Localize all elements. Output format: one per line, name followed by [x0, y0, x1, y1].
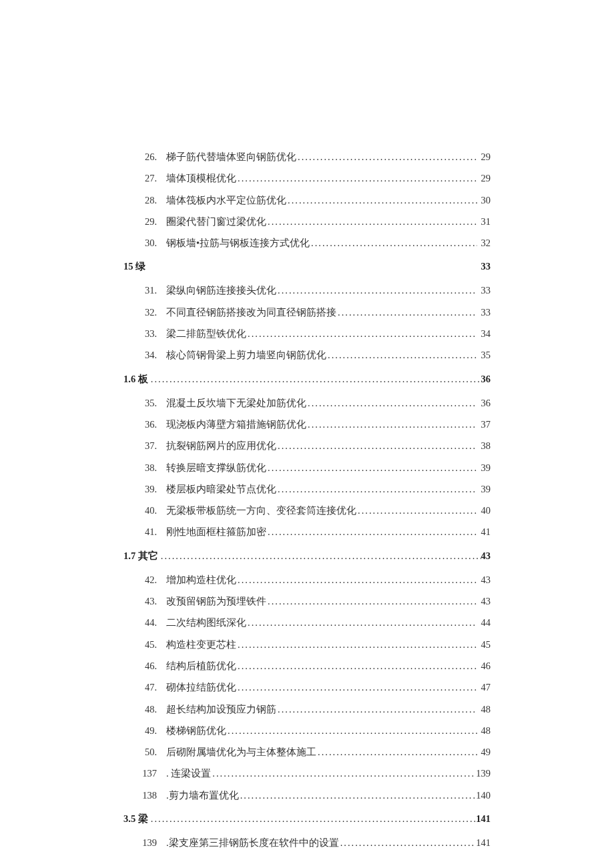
toc-number: 50.	[133, 745, 166, 759]
toc-group-a: 26. 梯子筋代替墙体竖向钢筋优化 ......................…	[123, 150, 491, 250]
toc-entry: 39. 楼层板内暗梁处节点优化 ........................…	[133, 482, 491, 496]
toc-entry: 43. 改预留钢筋为预埋铁件 .........................…	[133, 594, 491, 608]
toc-number: 47.	[133, 681, 166, 694]
toc-title: 墙体筏板内水平定位筋优化	[166, 193, 286, 207]
toc-title: 梁二排筋型铁优化	[166, 327, 246, 340]
toc-title: 不同直径钢筋搭接改为同直径钢筋搭接	[166, 306, 336, 319]
toc-entry: 28. 墙体筏板内水平定位筋优化 .......................…	[133, 193, 491, 207]
toc-title: 梯子筋代替墙体竖向钢筋优化	[166, 150, 296, 163]
toc-group-d: 42. 增加构造柱优化 ............................…	[123, 573, 491, 802]
toc-leader: ........................................…	[336, 306, 477, 319]
toc-page-number: 39	[477, 482, 491, 496]
toc-number: 42.	[133, 573, 166, 586]
toc-leader: ........................................…	[276, 284, 477, 297]
toc-page-number: 39	[477, 461, 491, 474]
toc-number: 49.	[133, 724, 166, 737]
toc-title: 抗裂钢筋网片的应用优化	[166, 439, 276, 452]
toc-leader: ........................................…	[211, 767, 476, 780]
toc-entry: 42. 增加构造柱优化 ............................…	[133, 573, 491, 586]
toc-title: 墙体顶模棍优化	[166, 171, 236, 185]
toc-page-number: 46	[477, 659, 491, 673]
toc-leader: ........................................…	[246, 616, 477, 629]
toc-page-number: 29	[477, 171, 491, 185]
toc-title: 梁纵向钢筋连接接头优化	[166, 284, 276, 297]
toc-entry: 36. 现浇板内薄壁方箱措施钢筋优化 .....................…	[133, 418, 491, 431]
toc-title: 砌体拉结筋优化	[166, 681, 236, 694]
toc-title: 结构后植筋优化	[166, 659, 236, 673]
toc-leader: ........................................…	[316, 745, 477, 759]
toc-leader: ........................................…	[356, 504, 477, 517]
toc-entry: 37. 抗裂钢筋网片的应用优化 ........................…	[133, 439, 491, 452]
toc-number: 27.	[133, 171, 166, 185]
toc-number: 48.	[133, 703, 166, 716]
toc-page-number: 43	[477, 594, 491, 608]
toc-leader: ........................................…	[236, 573, 477, 586]
toc-page-number: 34	[477, 327, 491, 340]
toc-title: 超长结构加设预应力钢筋	[166, 703, 276, 716]
toc-leader: ........................................…	[236, 659, 477, 673]
toc-number: 41.	[133, 525, 166, 538]
toc-number: 26.	[133, 150, 166, 163]
toc-number: 39.	[133, 482, 166, 496]
toc-page-number: 36	[477, 396, 491, 410]
toc-page-number: 33	[477, 306, 491, 319]
toc-entry: 44. 二次结构图纸深化 ...........................…	[133, 616, 491, 629]
toc-title: 增加构造柱优化	[166, 573, 236, 586]
toc-title: .剪力墙布置优化	[166, 789, 239, 802]
toc-group-b: 31. 梁纵向钢筋连接接头优化 ........................…	[123, 284, 491, 362]
toc-entry: 31. 梁纵向钢筋连接接头优化 ........................…	[133, 284, 491, 297]
toc-page-number: 32	[477, 236, 491, 250]
toc-leader: ........................................…	[310, 236, 477, 250]
toc-entry: 137 . 连梁设置 .............................…	[133, 767, 491, 780]
toc-page-number: 47	[477, 681, 491, 694]
toc-title: 构造柱变更芯柱	[166, 638, 236, 651]
toc-leader: ........................................…	[148, 374, 481, 385]
toc-number: 30.	[133, 236, 166, 250]
toc-page-number: 140	[476, 789, 491, 802]
toc-title: 核心筒钢骨梁上剪力墙竖向钢筋优化	[166, 348, 326, 362]
toc-entry: 50. 后砌附属墙优化为与主体整体施工 ....................…	[133, 745, 491, 759]
toc-entry: 38. 转换层暗支撑纵筋优化 .........................…	[133, 461, 491, 474]
toc-page-number: 31	[477, 215, 491, 228]
toc-number: 34.	[133, 348, 166, 362]
toc-number: 139	[133, 836, 166, 849]
toc-entry: 35. 混凝土反坎墙下无梁处加筋优化 .....................…	[133, 396, 491, 410]
toc-title: . 连梁设置	[166, 767, 211, 780]
toc-page-number: 30	[477, 193, 491, 207]
toc-entry: 46. 结构后植筋优化 ............................…	[133, 659, 491, 673]
toc-leader: ........................................…	[158, 550, 481, 562]
toc-entry: 34. 核心筒钢骨梁上剪力墙竖向钢筋优化 ...................…	[133, 348, 491, 362]
toc-leader: ........................................…	[239, 789, 477, 802]
toc-section-heading: 15 绿 33	[123, 260, 491, 273]
toc-leader: ........................................…	[296, 150, 477, 163]
toc-number: 28.	[133, 193, 166, 207]
toc-title: 现浇板内薄壁方箱措施钢筋优化	[166, 418, 306, 431]
toc-group-e: 139 .梁支座第三排钢筋长度在软件中的设置 .................…	[123, 836, 491, 849]
toc-leader: ........................................…	[236, 681, 477, 694]
toc-entry: 26. 梯子筋代替墙体竖向钢筋优化 ......................…	[133, 150, 491, 163]
toc-title: 钢板墙•拉筋与钢板连接方式优化	[166, 236, 310, 250]
toc-entry: 30. 钢板墙•拉筋与钢板连接方式优化 ....................…	[133, 236, 491, 250]
toc-title: 圈梁代替门窗过梁优化	[166, 215, 266, 228]
toc-page-number: 49	[477, 745, 491, 759]
toc-leader: ........................................…	[266, 594, 477, 608]
section-page-number: 43	[481, 550, 491, 562]
toc-leader: ........................................…	[286, 193, 477, 207]
toc-leader: ........................................…	[276, 439, 477, 452]
toc-entry: 27. 墙体顶模棍优化 ............................…	[133, 171, 491, 185]
toc-page-number: 37	[477, 418, 491, 431]
toc-entry: 45. 构造柱变更芯柱 ............................…	[133, 638, 491, 651]
section-label: 1.7 其它	[123, 550, 158, 562]
toc-leader: ........................................…	[226, 724, 477, 737]
toc-entry: 33. 梁二排筋型铁优化 ...........................…	[133, 327, 491, 340]
toc-leader: ........................................…	[276, 703, 477, 716]
toc-leader: ........................................…	[246, 327, 477, 340]
toc-number: 45.	[133, 638, 166, 651]
toc-section-heading: 1.7 其它 .................................…	[123, 550, 491, 562]
toc-leader: ........................................…	[148, 813, 477, 825]
toc-page-number: 40	[477, 504, 491, 517]
section-label: 15 绿	[123, 260, 145, 273]
toc-entry: 40. 无梁板带板筋统一方向、变径套筒连接优化 ................…	[133, 504, 491, 517]
toc-page-number: 141	[476, 836, 491, 849]
toc-leader: ........................................…	[306, 418, 477, 431]
